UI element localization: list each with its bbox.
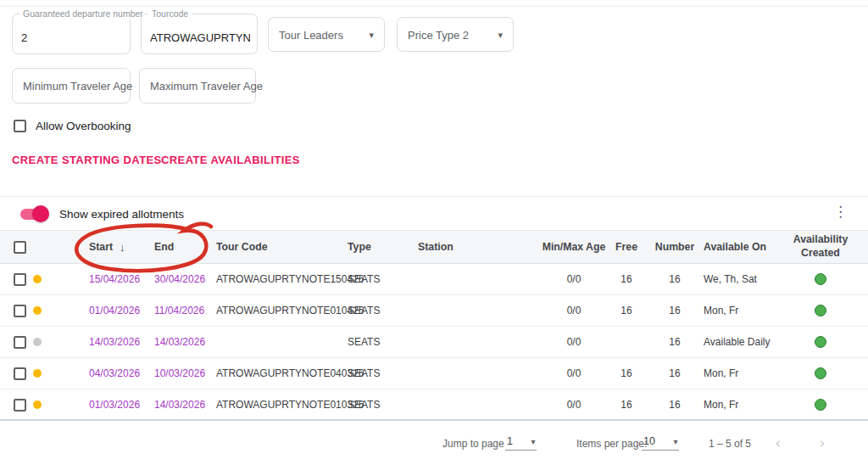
guaranteed-departure-field[interactable]: Guaranteed departure number 2 — [12, 14, 131, 54]
end-date-link[interactable]: 30/04/2026 — [154, 264, 214, 294]
create-availabilities-button[interactable]: CREATE AVAILABILITIES — [161, 154, 300, 166]
minmax-age-cell: 0/0 — [536, 358, 612, 389]
available-on-cell: We, Th, Sat — [704, 264, 788, 294]
show-expired-allotments-toggle[interactable] — [20, 209, 47, 220]
price-type-select[interactable]: Price Type 2 ▾ — [397, 17, 514, 52]
tour-leaders-label: Tour Leaders — [279, 28, 343, 41]
column-header-end[interactable]: End — [154, 231, 214, 263]
column-header-start-label: Start — [89, 241, 113, 253]
column-header-minmax-age[interactable]: Min/Max Age — [536, 231, 612, 263]
tour-code-cell: ATROWAGUPRTYNOTE150426 — [216, 264, 345, 294]
row-checkbox[interactable] — [14, 367, 26, 380]
maximum-traveler-age-placeholder: Maximum Traveler Age — [150, 80, 263, 92]
minmax-age-cell: 0/0 — [536, 327, 612, 357]
tourcode-label: Tourcode — [148, 8, 192, 19]
row-checkbox[interactable] — [14, 399, 26, 412]
table-bottom-divider — [0, 419, 868, 421]
maximum-traveler-age-field[interactable]: Maximum Traveler Age — [139, 68, 256, 104]
chevron-down-icon: ▾ — [531, 437, 535, 446]
type-cell: SEATS — [348, 327, 414, 357]
end-date-link[interactable]: 11/04/2026 — [154, 295, 214, 326]
status-dot-icon — [33, 338, 42, 346]
start-date-link[interactable]: 15/04/2026 — [89, 264, 152, 294]
free-cell — [605, 327, 648, 357]
items-per-page-label: Items per page: — [576, 438, 647, 450]
column-header-available-on[interactable]: Available On — [704, 231, 788, 263]
jump-to-page-label: Jump to page — [442, 438, 504, 450]
allotments-page: Guaranteed departure number 2 Tourcode A… — [0, 0, 868, 476]
minmax-age-cell: 0/0 — [536, 389, 612, 420]
tourcode-field[interactable]: Tourcode ATROWAGUPRTYNOTE15 — [141, 14, 258, 54]
create-starting-dates-button[interactable]: CREATE STARTING DATES — [12, 154, 162, 166]
page-select[interactable]: 1 ▾ — [505, 435, 537, 451]
allow-overbooking-row: Allow Overbooking — [14, 120, 131, 132]
tour-code-cell: ATROWAGUPRTYNOTE010426 — [216, 295, 345, 326]
station-cell — [418, 295, 511, 326]
column-header-availability-created: Availability Created — [784, 231, 857, 263]
show-expired-allotments-label: Show expired allotments — [59, 208, 184, 221]
column-header-type[interactable]: Type — [348, 231, 414, 263]
column-header-station[interactable]: Station — [418, 231, 511, 263]
availability-created-indicator — [815, 305, 826, 316]
row-checkbox[interactable] — [14, 305, 26, 317]
availability-created-indicator — [815, 367, 826, 379]
number-cell: 16 — [653, 295, 697, 326]
row-checkbox[interactable] — [14, 336, 26, 349]
chevron-down-icon: ▾ — [369, 29, 374, 40]
column-header-start[interactable]: Start ↓ — [89, 231, 152, 263]
free-cell: 16 — [605, 389, 648, 420]
end-date-link[interactable]: 14/03/2026 — [154, 327, 214, 357]
row-checkbox[interactable] — [14, 273, 26, 286]
start-date-link[interactable]: 01/04/2026 — [89, 295, 152, 326]
items-per-page-select[interactable]: 10 ▾ — [642, 435, 679, 451]
end-date-link[interactable]: 10/03/2026 — [154, 358, 214, 389]
table-row: 04/03/2026 10/03/2026 ATROWAGUPRTYNOTE04… — [0, 358, 868, 389]
end-date-link[interactable]: 14/03/2026 — [154, 389, 214, 420]
status-dot-icon — [33, 400, 42, 409]
table-row: 01/04/2026 11/04/2026 ATROWAGUPRTYNOTE01… — [0, 295, 868, 327]
type-cell: SEATS — [348, 358, 414, 389]
start-date-link[interactable]: 01/03/2026 — [89, 389, 152, 420]
select-all-checkbox[interactable] — [14, 241, 26, 254]
previous-page-chevron-icon[interactable]: ‹ — [776, 434, 781, 451]
section-divider — [0, 196, 868, 197]
sort-desc-icon: ↓ — [120, 241, 125, 254]
tourcode-value[interactable]: ATROWAGUPRTYNOTE15 — [150, 31, 250, 43]
minmax-age-cell: 0/0 — [536, 264, 612, 294]
top-divider — [0, 6, 868, 7]
chevron-down-icon: ▾ — [673, 437, 677, 446]
next-page-chevron-icon[interactable]: › — [820, 434, 825, 451]
toggle-thumb — [32, 205, 49, 222]
available-on-cell: Mon, Fr — [704, 358, 788, 389]
allow-overbooking-checkbox[interactable] — [14, 120, 26, 132]
station-cell — [418, 264, 511, 294]
free-cell: 16 — [605, 358, 648, 389]
availability-created-indicator — [815, 399, 826, 411]
table-row: 14/03/2026 14/03/2026 SEATS 0/0 16 Avail… — [0, 327, 868, 358]
minmax-age-cell: 0/0 — [536, 295, 612, 326]
minimum-traveler-age-placeholder: Minimum Traveler Age — [23, 80, 132, 92]
items-per-page-value: 10 — [643, 435, 655, 447]
tour-leaders-select[interactable]: Tour Leaders ▾ — [268, 17, 385, 52]
column-header-tour-code[interactable]: Tour Code — [216, 231, 345, 263]
station-cell — [418, 389, 511, 420]
tour-code-cell: ATROWAGUPRTYNOTE040326 — [216, 358, 345, 389]
free-cell: 16 — [605, 295, 648, 326]
column-header-number[interactable]: Number — [653, 231, 697, 263]
available-on-cell: Mon, Fr — [704, 295, 788, 326]
type-cell: SEATS — [348, 264, 414, 294]
start-date-link[interactable]: 04/03/2026 — [89, 358, 152, 389]
number-cell: 16 — [653, 389, 697, 420]
number-cell: 16 — [653, 327, 697, 357]
table-header-row: Start ↓ End Tour Code Type Station Min/M… — [0, 230, 868, 264]
minimum-traveler-age-field[interactable]: Minimum Traveler Age — [12, 68, 131, 104]
table-row: 15/04/2026 30/04/2026 ATROWAGUPRTYNOTE15… — [0, 264, 868, 295]
more-options-kebab-icon[interactable]: ⋮ — [833, 204, 848, 219]
start-date-link[interactable]: 14/03/2026 — [89, 327, 152, 357]
status-dot-icon — [33, 275, 42, 283]
column-header-free[interactable]: Free — [605, 231, 648, 263]
station-cell — [418, 327, 511, 357]
table-row: 01/03/2026 14/03/2026 ATROWAGUPRTYNOTE01… — [0, 389, 868, 421]
chevron-down-icon: ▾ — [498, 29, 503, 40]
guaranteed-departure-value[interactable]: 2 — [21, 31, 123, 43]
